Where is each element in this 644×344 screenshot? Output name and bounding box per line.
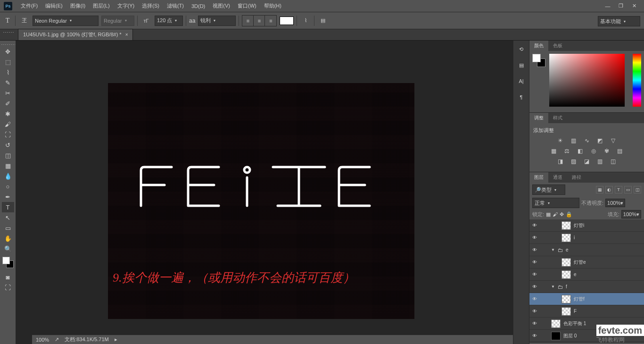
text-orientation-icon[interactable]: 玊 (18, 16, 30, 26)
exposure-icon[interactable]: ◩ (596, 137, 604, 144)
hue-icon[interactable]: ▦ (550, 147, 558, 155)
menu-layer[interactable]: 图层(L) (89, 2, 113, 9)
export-icon[interactable]: ↗ (55, 336, 59, 343)
menu-help[interactable]: 帮助(H) (260, 2, 285, 9)
eyedropper-tool[interactable]: ✐ (2, 98, 14, 109)
layer-row[interactable]: 👁F (529, 305, 644, 318)
visibility-icon[interactable]: 👁 (531, 284, 538, 289)
filter-shape-icon[interactable]: ▭ (624, 186, 632, 193)
bw-icon[interactable]: ◧ (576, 147, 585, 155)
vibrance-icon[interactable]: ▽ (609, 137, 618, 144)
menu-edit[interactable]: 编辑(E) (41, 2, 66, 9)
shape-tool[interactable]: ▭ (2, 223, 14, 233)
lock-all-icon[interactable]: 🔒 (566, 211, 572, 218)
lasso-tool[interactable]: ⌇ (2, 67, 14, 77)
visibility-icon[interactable]: 👁 (531, 309, 538, 314)
workspace-switcher[interactable]: 基本功能▾ (598, 16, 640, 26)
tab-close-icon[interactable]: × (125, 32, 128, 37)
character-panel-icon[interactable]: A| (517, 76, 526, 86)
lookup-icon[interactable]: ▤ (616, 147, 624, 155)
channel-mixer-icon[interactable]: ✾ (603, 147, 611, 155)
opacity-input[interactable]: 100%▾ (605, 199, 625, 207)
visibility-icon[interactable]: 👁 (531, 247, 538, 252)
marquee-tool[interactable]: ⬚ (2, 57, 14, 67)
tab-swatches[interactable]: 色板 (548, 41, 567, 51)
posterize-icon[interactable]: ▨ (570, 158, 578, 165)
warp-text-icon[interactable]: ⌇ (300, 16, 311, 26)
menu-3d[interactable]: 3D(D) (188, 3, 209, 9)
visibility-icon[interactable]: 👁 (531, 235, 538, 240)
brush-tool[interactable]: 🖌 (2, 119, 14, 129)
tab-color[interactable]: 颜色 (529, 41, 548, 51)
quickmask-tool[interactable]: ◙ (2, 272, 14, 282)
visibility-icon[interactable]: 👁 (531, 272, 538, 277)
visibility-icon[interactable]: 👁 (531, 321, 538, 326)
filter-adjust-icon[interactable]: ◐ (605, 186, 613, 193)
document-canvas[interactable]: 9.挨个做一遍，（或用动作不会的话可百度） (108, 83, 414, 319)
tab-layers[interactable]: 图层 (529, 172, 548, 183)
layer-row[interactable]: 👁灯管e (529, 256, 644, 268)
font-size-dropdown[interactable]: 120 点▾ (155, 16, 183, 26)
healing-tool[interactable]: ✱ (2, 109, 14, 119)
stamp-tool[interactable]: ⛶ (2, 129, 14, 140)
paragraph-panel-icon[interactable]: ¶ (517, 92, 526, 102)
layer-list[interactable]: 👁灯管i👁i👁▼🗀e👁灯管e👁e👁▼🗀f👁灯管f👁F👁色彩平衡 1👁图层 0 (529, 219, 644, 342)
font-family-dropdown[interactable]: Neon Regular▾ (33, 16, 99, 26)
move-tool[interactable]: ✥ (2, 46, 14, 57)
minimize-icon[interactable]: — (602, 2, 614, 10)
panel-fgbg-swatch[interactable] (532, 54, 545, 67)
crop-tool[interactable]: ✂ (2, 88, 14, 98)
document-tab[interactable]: 1U45UV8-1.jpg @ 100% (灯管f, RGB/8#) * × (18, 29, 133, 40)
visibility-icon[interactable]: 👁 (531, 223, 538, 228)
type-tool[interactable]: T (2, 202, 14, 212)
menu-window[interactable]: 窗口(W) (234, 2, 260, 9)
filter-smart-icon[interactable]: ◫ (634, 186, 641, 193)
fold-icon[interactable]: ▼ (551, 285, 555, 289)
blur-tool[interactable]: 💧 (2, 171, 14, 181)
dodge-tool[interactable]: ○ (2, 181, 14, 192)
hue-slider[interactable] (633, 54, 641, 107)
layer-row[interactable]: 👁e (529, 268, 644, 281)
history-panel-icon[interactable]: ⟲ (517, 44, 526, 54)
visibility-icon[interactable]: 👁 (531, 296, 538, 302)
visibility-icon[interactable]: 👁 (531, 260, 538, 265)
filter-type-icon[interactable]: T (615, 186, 622, 193)
zoom-level[interactable]: 100% (36, 337, 49, 343)
fold-icon[interactable]: ▼ (551, 248, 555, 252)
maximize-icon[interactable]: ❐ (615, 2, 627, 10)
layer-row[interactable]: 👁i (529, 232, 644, 244)
lock-transparency-icon[interactable]: ▦ (546, 211, 551, 218)
menu-select[interactable]: 选择(S) (138, 2, 163, 9)
curves-icon[interactable]: ∿ (583, 137, 591, 144)
lock-position-icon[interactable]: ✥ (560, 211, 564, 218)
quick-select-tool[interactable]: ✎ (2, 77, 14, 88)
align-center-icon[interactable]: ≡ (254, 16, 265, 26)
antialias-dropdown[interactable]: 锐利▾ (198, 16, 236, 26)
layer-row[interactable]: 👁灯管i (529, 219, 644, 232)
screenmode-tool[interactable]: ⛶ (2, 282, 14, 293)
history-brush-tool[interactable]: ↺ (2, 140, 14, 150)
color-field[interactable] (549, 54, 625, 107)
blend-mode-dropdown[interactable]: 正常▾ (532, 198, 579, 208)
close-icon[interactable]: ✕ (628, 2, 640, 10)
menu-image[interactable]: 图像(I) (66, 2, 89, 9)
layer-row[interactable]: 👁灯管f (529, 293, 644, 305)
tab-channels[interactable]: 通道 (548, 172, 567, 183)
menu-view[interactable]: 视图(V) (209, 2, 234, 9)
layer-row[interactable]: 👁▼🗀f (529, 281, 644, 293)
font-weight-dropdown[interactable]: Regular▾ (101, 16, 134, 26)
color-swatches[interactable] (2, 257, 14, 268)
hand-tool[interactable]: ✋ (2, 233, 14, 243)
character-panel-icon[interactable]: ▤ (317, 16, 329, 26)
threshold-icon[interactable]: ◪ (583, 158, 591, 165)
text-color-swatch[interactable] (280, 17, 294, 25)
canvas-area[interactable]: 9.挨个做一遍，（或用动作不会的话可百度） 100% ↗ 文档:834.1K/5… (16, 41, 513, 344)
lock-paint-icon[interactable]: 🖌 (553, 211, 558, 217)
tab-adjustments[interactable]: 调整 (529, 113, 548, 123)
photo-filter-icon[interactable]: ◎ (589, 147, 598, 155)
doc-info[interactable]: 文档:834.1K/5.71M (65, 336, 109, 343)
visibility-icon[interactable]: 👁 (531, 333, 538, 338)
filter-pixel-icon[interactable]: ▦ (596, 186, 603, 193)
layer-row[interactable]: 👁▼🗀e (529, 244, 644, 256)
align-left-icon[interactable]: ≡ (242, 16, 254, 26)
